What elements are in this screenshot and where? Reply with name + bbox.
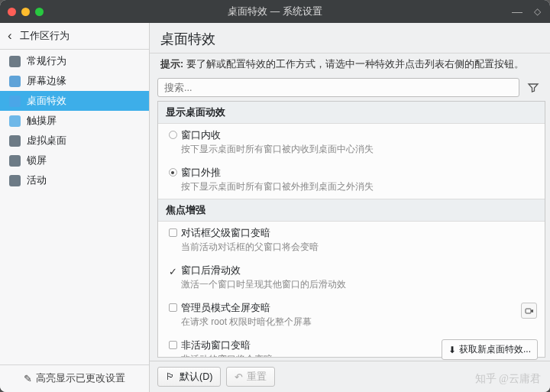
- effect-title: 管理员模式全屏变暗: [181, 301, 521, 315]
- effect-text: 窗口后滑动效激活一个窗口时呈现其他窗口的后滑动效: [181, 264, 537, 291]
- sidebar-item[interactable]: 常规行为: [0, 51, 149, 71]
- effect-row[interactable]: 窗口内收按下显示桌面时所有窗口被内收到桌面中心消失: [158, 124, 545, 161]
- effect-text: 窗口内收按下显示桌面时所有窗口被内收到桌面中心消失: [181, 128, 537, 156]
- highlight-changed-label: 高亮显示已更改设置: [36, 372, 125, 385]
- effect-title: 对话框父级窗口变暗: [181, 226, 537, 240]
- svg-rect-0: [526, 309, 531, 313]
- effect-row[interactable]: 对话框父级窗口变暗当前活动对话框的父窗口将会变暗: [158, 222, 545, 259]
- sidebar-item-icon: [8, 94, 21, 108]
- content-area: ‹ 工作区行为 常规行为屏幕边缘桌面特效触摸屏虚拟桌面锁屏活动 ✎ 高亮显示已更…: [0, 23, 550, 392]
- minimize-icon[interactable]: [21, 8, 30, 16]
- window-controls: [8, 8, 44, 16]
- effect-actions: [537, 166, 539, 167]
- get-new-effects-button[interactable]: ⬇ 获取新桌面特效...: [442, 339, 538, 360]
- sidebar-item[interactable]: 触摸屏: [0, 111, 149, 131]
- get-new-label: 获取新桌面特效...: [459, 343, 531, 356]
- highlight-changed-button[interactable]: ✎ 高亮显示已更改设置: [0, 364, 149, 392]
- effect-desc: 当前活动对话框的父窗口将会变暗: [181, 241, 537, 254]
- effects-list[interactable]: 显示桌面动效窗口内收按下显示桌面时所有窗口被内收到桌面中心消失窗口外推按下显示桌…: [158, 102, 545, 357]
- effects-list-container: 显示桌面动效窗口内收按下显示桌面时所有窗口被内收到桌面中心消失窗口外推按下显示桌…: [157, 101, 545, 358]
- window-title: 桌面特效 — 系统设置: [8, 5, 542, 18]
- close-icon[interactable]: [8, 8, 16, 16]
- sidebar-item-icon: [8, 54, 21, 68]
- reset-label: 重置: [247, 371, 267, 384]
- effect-actions: [537, 226, 539, 228]
- minimize-dash-icon[interactable]: —: [512, 5, 522, 18]
- effect-text: 窗口外推按下显示桌面时所有窗口被外推到桌面之外消失: [181, 166, 537, 193]
- sidebar-nav: 常规行为屏幕边缘桌面特效触摸屏虚拟桌面锁屏活动: [0, 50, 149, 364]
- sidebar-item-icon: [8, 154, 21, 167]
- video-icon[interactable]: [521, 303, 537, 319]
- effect-desc: 按下显示桌面时所有窗口被外推到桌面之外消失: [181, 180, 537, 193]
- effect-text: 管理员模式全屏变暗在请求 root 权限时暗化整个屏幕: [181, 301, 521, 329]
- checkbox[interactable]: [164, 301, 181, 312]
- sidebar-item-label: 活动: [27, 173, 47, 187]
- effect-actions: [521, 301, 539, 319]
- defaults-button[interactable]: 🏳 默认(D): [157, 367, 221, 387]
- hint-bar: 提示: 要了解或配置特效的工作方式，请选中一种特效并点击列表右侧的配置按钮。: [150, 53, 550, 76]
- effect-title: 窗口内收: [181, 128, 537, 142]
- effect-row[interactable]: 窗口外推按下显示桌面时所有窗口被外推到桌面之外消失: [158, 161, 545, 199]
- reset-button[interactable]: ↶ 重置: [226, 367, 275, 387]
- breadcrumb[interactable]: ‹ 工作区行为: [0, 23, 149, 50]
- breadcrumb-label: 工作区行为: [20, 29, 70, 43]
- sidebar-item-icon: [8, 114, 21, 128]
- sidebar-item-label: 屏幕边缘: [27, 74, 66, 88]
- zoom-icon[interactable]: [35, 8, 44, 16]
- sidebar-item[interactable]: 锁屏: [0, 151, 149, 170]
- flag-icon: 🏳: [166, 371, 176, 382]
- expand-icon[interactable]: ◇: [534, 6, 541, 17]
- undo-icon: ↶: [235, 371, 243, 383]
- sidebar-item-label: 常规行为: [27, 54, 66, 68]
- sidebar: ‹ 工作区行为 常规行为屏幕边缘桌面特效触摸屏虚拟桌面锁屏活动 ✎ 高亮显示已更…: [0, 23, 150, 392]
- sidebar-item[interactable]: 活动: [0, 170, 149, 190]
- effect-title: 窗口后滑动效: [181, 264, 537, 277]
- effect-row[interactable]: 管理员模式全屏变暗在请求 root 权限时暗化整个屏幕: [158, 296, 545, 334]
- bottom-bar: 🏳 默认(D) ↶ 重置: [150, 361, 550, 392]
- sidebar-item-icon: [8, 134, 21, 147]
- pencil-icon: ✎: [24, 373, 32, 384]
- group-header: 焦点增强: [158, 199, 545, 222]
- radio-button[interactable]: [164, 166, 181, 177]
- effect-text: 对话框父级窗口变暗当前活动对话框的父窗口将会变暗: [181, 226, 537, 254]
- sidebar-item[interactable]: 屏幕边缘: [0, 71, 149, 91]
- effect-desc: 激活一个窗口时呈现其他窗口的后滑动效: [181, 278, 537, 291]
- sidebar-item-label: 桌面特效: [27, 94, 66, 108]
- effect-actions: [537, 128, 539, 130]
- radio-button[interactable]: [164, 128, 181, 139]
- download-icon: ⬇: [448, 345, 456, 355]
- group-header: 显示桌面动效: [158, 102, 545, 124]
- checkbox[interactable]: [164, 339, 181, 349]
- sidebar-item-icon: [8, 74, 21, 88]
- effect-desc: 在请求 root 权限时暗化整个屏幕: [181, 316, 521, 329]
- page-header: 桌面特效: [150, 23, 550, 53]
- checkbox[interactable]: ✓: [164, 264, 181, 277]
- sidebar-item-label: 虚拟桌面: [27, 134, 66, 147]
- page-title: 桌面特效: [160, 30, 539, 48]
- search-input[interactable]: [157, 78, 519, 97]
- sidebar-item-label: 触摸屏: [27, 114, 57, 128]
- settings-window: 桌面特效 — 系统设置 — ◇ ‹ 工作区行为 常规行为屏幕边缘桌面特效触摸屏虚…: [0, 0, 550, 392]
- hint-label: 提示:: [160, 59, 183, 70]
- effect-title: 窗口外推: [181, 166, 537, 180]
- hint-text: 要了解或配置特效的工作方式，请选中一种特效并点击列表右侧的配置按钮。: [186, 59, 524, 70]
- checkbox[interactable]: [164, 226, 181, 237]
- titlebar[interactable]: 桌面特效 — 系统设置 — ◇: [0, 0, 550, 23]
- effect-actions: [537, 264, 539, 265]
- effect-row[interactable]: ✓窗口后滑动效激活一个窗口时呈现其他窗口的后滑动效: [158, 259, 545, 296]
- effect-desc: 按下显示桌面时所有窗口被内收到桌面中心消失: [181, 143, 537, 156]
- sidebar-item-icon: [8, 173, 21, 187]
- sidebar-item-label: 锁屏: [27, 154, 47, 167]
- defaults-label: 默认(D): [180, 371, 212, 384]
- filter-icon[interactable]: [524, 79, 542, 97]
- chevron-left-icon[interactable]: ‹: [8, 28, 20, 44]
- sidebar-item[interactable]: 虚拟桌面: [0, 131, 149, 151]
- search-row: [150, 76, 550, 101]
- main-panel: 桌面特效 提示: 要了解或配置特效的工作方式，请选中一种特效并点击列表右侧的配置…: [150, 23, 550, 392]
- sidebar-item[interactable]: 桌面特效: [0, 91, 149, 111]
